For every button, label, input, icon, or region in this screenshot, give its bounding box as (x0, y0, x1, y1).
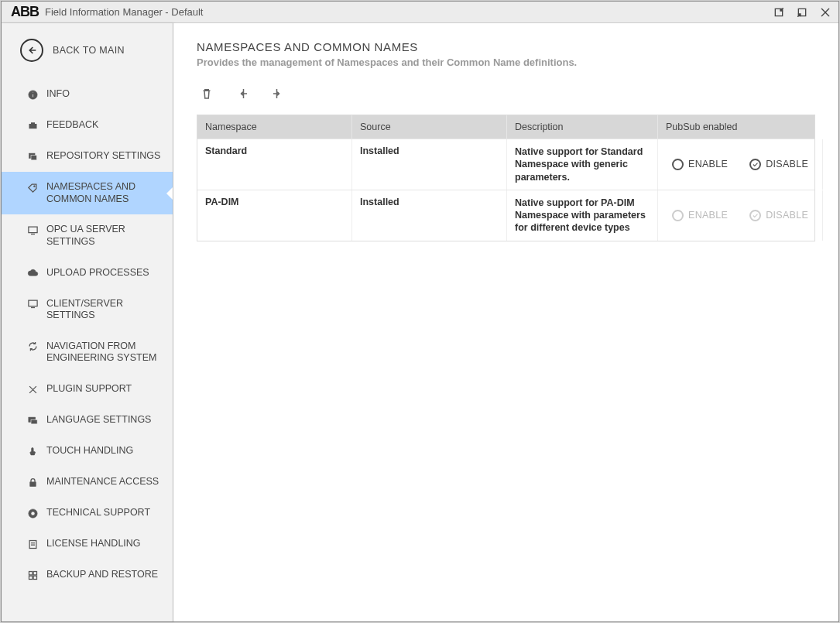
tag-icon (26, 181, 39, 193)
export-button[interactable] (269, 85, 286, 102)
svg-point-5 (33, 185, 35, 187)
svg-rect-2 (32, 91, 33, 92)
cell-source: Installed (352, 190, 507, 241)
abb-logo: ABB (6, 4, 45, 20)
radio-label: ENABLE (688, 159, 728, 169)
table-row[interactable]: Standard Installed Native support for St… (197, 139, 814, 190)
svg-rect-4 (31, 155, 37, 159)
sidebar-item-label: UPLOAD PROCESSES (46, 267, 149, 279)
support-icon (26, 507, 39, 519)
info-icon (26, 88, 39, 101)
titlebar: ABB Field Information Manager - Default (2, 2, 838, 23)
sidebar-item-namespaces[interactable]: NAMESPACES AND COMMON NAMES (2, 172, 173, 214)
col-pubsub: PubSub enabled (658, 115, 814, 139)
sidebar-item-label: CLIENT/SERVER SETTINGS (46, 298, 165, 322)
svg-rect-17 (33, 576, 36, 579)
monitor-icon (26, 298, 39, 310)
pubsub-enable-radio[interactable]: ENABLE (672, 159, 728, 170)
cell-description: Native support for PA-DIM Namespace with… (507, 190, 658, 241)
import-button[interactable] (234, 85, 251, 102)
delete-button[interactable] (198, 85, 215, 102)
radio-label: DISABLE (766, 159, 808, 169)
page-subtitle: Provides the management of Namespaces an… (197, 56, 815, 68)
sidebar-item-info[interactable]: INFO (2, 79, 173, 110)
svg-rect-15 (33, 571, 36, 574)
close-window-icon[interactable] (817, 4, 834, 21)
refresh-icon (26, 341, 39, 353)
sidebar-item-label: NAVIGATION FROM ENGINEERING SYSTEM (46, 341, 165, 365)
pubsub-disable-radio: DISABLE (749, 210, 808, 221)
sidebar-item-label: BACKUP AND RESTORE (46, 569, 158, 581)
sidebar-item-label: TECHNICAL SUPPORT (46, 507, 150, 519)
radio-checked-icon (749, 210, 761, 221)
cell-pubsub: ENABLE DISABLE (658, 139, 823, 190)
sidebar-item-repository-settings[interactable]: REPOSITORY SETTINGS (2, 141, 173, 172)
sidebar-item-language[interactable]: LANGUAGE SETTINGS (2, 405, 173, 436)
svg-rect-7 (28, 300, 36, 306)
touch-icon (26, 445, 39, 457)
cell-namespace: PA-DIM (197, 190, 352, 241)
popout-window-icon[interactable] (794, 4, 811, 21)
svg-rect-10 (29, 481, 36, 486)
window-controls (770, 4, 834, 21)
repo-icon (26, 150, 39, 163)
tools-icon (26, 383, 39, 395)
sidebar-item-navigation[interactable]: NAVIGATION FROM ENGINEERING SYSTEM (2, 331, 173, 374)
svg-rect-14 (29, 571, 32, 574)
svg-rect-1 (32, 94, 33, 97)
radio-unchecked-icon (672, 159, 684, 170)
page-title: NAMESPACES AND COMMON NAMES (197, 40, 815, 53)
sidebar-item-support[interactable]: TECHNICAL SUPPORT (2, 498, 173, 529)
license-icon (26, 538, 39, 550)
pubsub-disable-radio[interactable]: DISABLE (749, 159, 808, 170)
sidebar-item-label: LANGUAGE SETTINGS (46, 414, 151, 426)
col-description: Description (507, 115, 658, 139)
col-source: Source (352, 115, 507, 139)
table-row[interactable]: PA-DIM Installed Native support for PA-D… (197, 190, 814, 241)
namespace-table: Namespace Source Description PubSub enab… (197, 115, 815, 241)
back-to-main-button[interactable]: BACK TO MAIN (2, 28, 173, 79)
sidebar-item-plugin[interactable]: PLUGIN SUPPORT (2, 374, 173, 405)
sidebar-item-label: REPOSITORY SETTINGS (46, 150, 160, 163)
sidebar-item-label: LICENSE HANDLING (46, 538, 141, 550)
back-label: BACK TO MAIN (53, 45, 125, 56)
sidebar-item-license[interactable]: LICENSE HANDLING (2, 529, 173, 560)
toolbar (197, 68, 815, 115)
sidebar: BACK TO MAIN INFO FEEDBACK REPOSITORY SE… (2, 23, 173, 621)
svg-rect-9 (31, 419, 37, 424)
svg-rect-6 (28, 227, 36, 233)
sidebar-item-feedback[interactable]: FEEDBACK (2, 110, 173, 141)
svg-rect-16 (29, 576, 32, 579)
radio-label: ENABLE (688, 210, 728, 221)
svg-point-12 (31, 512, 35, 515)
radio-unchecked-icon (672, 210, 684, 221)
sidebar-item-label: PLUGIN SUPPORT (46, 383, 132, 395)
sidebar-item-client-server[interactable]: CLIENT/SERVER SETTINGS (2, 289, 173, 331)
cell-description: Native support for Standard Namespace wi… (507, 139, 658, 190)
monitor-icon (26, 224, 39, 236)
sidebar-item-label: MAINTENANCE ACCESS (46, 476, 159, 488)
sidebar-item-touch[interactable]: TOUCH HANDLING (2, 436, 173, 467)
app-title: Field Information Manager - Default (45, 6, 203, 18)
sidebar-item-maintenance[interactable]: MAINTENANCE ACCESS (2, 467, 173, 498)
col-namespace: Namespace (197, 115, 352, 139)
table-header: Namespace Source Description PubSub enab… (197, 115, 814, 139)
app-window: ABB Field Information Manager - Default … (1, 1, 839, 622)
lock-icon (26, 476, 39, 488)
sidebar-item-label: INFO (46, 88, 70, 101)
sidebar-item-backup[interactable]: BACKUP AND RESTORE (2, 560, 173, 590)
cell-namespace: Standard (197, 139, 352, 190)
sidebar-item-upload[interactable]: UPLOAD PROCESSES (2, 258, 173, 289)
cell-pubsub: ENABLE DISABLE (658, 190, 823, 241)
sidebar-item-label: NAMESPACES AND COMMON NAMES (46, 181, 165, 205)
pubsub-enable-radio: ENABLE (672, 210, 728, 221)
chat-icon (26, 414, 39, 426)
back-arrow-icon (20, 39, 43, 62)
main-content: NAMESPACES AND COMMON NAMES Provides the… (173, 23, 838, 621)
radio-checked-icon (749, 159, 761, 170)
backup-icon (26, 569, 39, 581)
radio-label: DISABLE (766, 210, 808, 221)
import-window-icon[interactable] (770, 4, 787, 21)
sidebar-item-label: OPC UA SERVER SETTINGS (46, 224, 165, 248)
sidebar-item-opcua[interactable]: OPC UA SERVER SETTINGS (2, 214, 173, 257)
